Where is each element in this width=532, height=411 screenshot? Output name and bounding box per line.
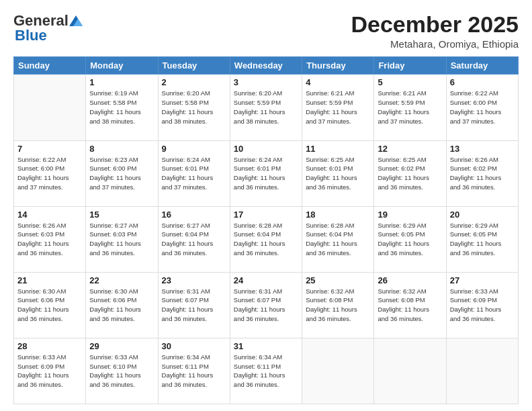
- calendar-week-row: 21Sunrise: 6:30 AM Sunset: 6:06 PM Dayli…: [14, 272, 519, 338]
- calendar-day-cell: 11Sunrise: 6:25 AM Sunset: 6:01 PM Dayli…: [302, 140, 374, 206]
- day-info: Sunrise: 6:24 AM Sunset: 6:01 PM Dayligh…: [162, 155, 226, 192]
- calendar-day-cell: 30Sunrise: 6:34 AM Sunset: 6:11 PM Dayli…: [158, 338, 230, 404]
- day-number: 10: [234, 144, 298, 154]
- day-info: Sunrise: 6:33 AM Sunset: 6:09 PM Dayligh…: [17, 353, 82, 390]
- day-info: Sunrise: 6:26 AM Sunset: 6:02 PM Dayligh…: [450, 155, 515, 192]
- location-title: Metahara, Oromiya, Ethiopia: [351, 38, 519, 50]
- calendar-day-cell: 21Sunrise: 6:30 AM Sunset: 6:06 PM Dayli…: [14, 272, 86, 338]
- calendar-day-header: Wednesday: [230, 57, 302, 75]
- day-info: Sunrise: 6:29 AM Sunset: 6:05 PM Dayligh…: [378, 221, 442, 258]
- day-info: Sunrise: 6:27 AM Sunset: 6:03 PM Dayligh…: [89, 221, 154, 258]
- calendar-day-cell: 1Sunrise: 6:19 AM Sunset: 5:58 PM Daylig…: [86, 75, 158, 140]
- day-info: Sunrise: 6:33 AM Sunset: 6:09 PM Dayligh…: [450, 287, 515, 324]
- day-info: Sunrise: 6:28 AM Sunset: 6:04 PM Dayligh…: [234, 221, 298, 258]
- day-info: Sunrise: 6:25 AM Sunset: 6:01 PM Dayligh…: [306, 155, 370, 192]
- calendar-day-cell: [374, 338, 446, 404]
- logo-blue-text: Blue: [15, 27, 47, 44]
- day-number: 21: [17, 275, 82, 285]
- day-number: 13: [450, 144, 515, 154]
- calendar-day-header: Tuesday: [158, 57, 230, 75]
- day-number: 24: [234, 275, 298, 285]
- day-number: 18: [306, 210, 370, 220]
- day-info: Sunrise: 6:34 AM Sunset: 6:11 PM Dayligh…: [234, 353, 298, 390]
- logo: General Blue: [13, 12, 83, 44]
- day-number: 11: [306, 144, 370, 154]
- calendar-header-row: SundayMondayTuesdayWednesdayThursdayFrid…: [14, 57, 519, 75]
- calendar-day-cell: 23Sunrise: 6:31 AM Sunset: 6:07 PM Dayli…: [158, 272, 230, 338]
- day-number: 15: [89, 210, 154, 220]
- day-info: Sunrise: 6:23 AM Sunset: 6:00 PM Dayligh…: [89, 155, 154, 192]
- day-info: Sunrise: 6:25 AM Sunset: 6:02 PM Dayligh…: [378, 155, 442, 192]
- calendar-day-cell: 7Sunrise: 6:22 AM Sunset: 6:00 PM Daylig…: [14, 140, 86, 206]
- calendar-day-cell: 13Sunrise: 6:26 AM Sunset: 6:02 PM Dayli…: [446, 140, 518, 206]
- day-number: 14: [17, 210, 82, 220]
- day-number: 31: [234, 341, 298, 351]
- day-number: 4: [306, 77, 370, 87]
- calendar-day-cell: 20Sunrise: 6:29 AM Sunset: 6:05 PM Dayli…: [446, 206, 518, 272]
- calendar-day-cell: 25Sunrise: 6:32 AM Sunset: 6:08 PM Dayli…: [302, 272, 374, 338]
- day-info: Sunrise: 6:34 AM Sunset: 6:11 PM Dayligh…: [162, 353, 226, 390]
- day-info: Sunrise: 6:28 AM Sunset: 6:04 PM Dayligh…: [306, 221, 370, 258]
- calendar-day-cell: 24Sunrise: 6:31 AM Sunset: 6:07 PM Dayli…: [230, 272, 302, 338]
- calendar-day-cell: 4Sunrise: 6:21 AM Sunset: 5:59 PM Daylig…: [302, 75, 374, 140]
- day-number: 30: [162, 341, 226, 351]
- calendar-table: SundayMondayTuesdayWednesdayThursdayFrid…: [13, 56, 519, 404]
- calendar-day-cell: 15Sunrise: 6:27 AM Sunset: 6:03 PM Dayli…: [86, 206, 158, 272]
- calendar-day-cell: 5Sunrise: 6:21 AM Sunset: 5:59 PM Daylig…: [374, 75, 446, 140]
- day-info: Sunrise: 6:26 AM Sunset: 6:03 PM Dayligh…: [17, 221, 82, 258]
- calendar-day-cell: 18Sunrise: 6:28 AM Sunset: 6:04 PM Dayli…: [302, 206, 374, 272]
- day-number: 25: [306, 275, 370, 285]
- day-info: Sunrise: 6:21 AM Sunset: 5:59 PM Dayligh…: [306, 89, 370, 126]
- calendar-day-cell: 29Sunrise: 6:33 AM Sunset: 6:10 PM Dayli…: [86, 338, 158, 404]
- day-info: Sunrise: 6:27 AM Sunset: 6:04 PM Dayligh…: [162, 221, 226, 258]
- calendar-day-cell: 22Sunrise: 6:30 AM Sunset: 6:06 PM Dayli…: [86, 272, 158, 338]
- day-info: Sunrise: 6:30 AM Sunset: 6:06 PM Dayligh…: [89, 287, 154, 324]
- calendar-day-cell: 2Sunrise: 6:20 AM Sunset: 5:58 PM Daylig…: [158, 75, 230, 140]
- day-info: Sunrise: 6:21 AM Sunset: 5:59 PM Dayligh…: [378, 89, 442, 126]
- header: General Blue December 2025 Metahara, Oro…: [13, 12, 519, 50]
- calendar-day-cell: 16Sunrise: 6:27 AM Sunset: 6:04 PM Dayli…: [158, 206, 230, 272]
- day-number: 20: [450, 210, 515, 220]
- day-number: 23: [162, 275, 226, 285]
- calendar-day-cell: 28Sunrise: 6:33 AM Sunset: 6:09 PM Dayli…: [14, 338, 86, 404]
- day-info: Sunrise: 6:31 AM Sunset: 6:07 PM Dayligh…: [162, 287, 226, 324]
- day-info: Sunrise: 6:24 AM Sunset: 6:01 PM Dayligh…: [234, 155, 298, 192]
- day-number: 2: [162, 77, 226, 87]
- calendar-week-row: 14Sunrise: 6:26 AM Sunset: 6:03 PM Dayli…: [14, 206, 519, 272]
- day-info: Sunrise: 6:20 AM Sunset: 5:58 PM Dayligh…: [162, 89, 226, 126]
- day-number: 8: [89, 144, 154, 154]
- day-number: 22: [89, 275, 154, 285]
- calendar-day-cell: 19Sunrise: 6:29 AM Sunset: 6:05 PM Dayli…: [374, 206, 446, 272]
- day-number: 17: [234, 210, 298, 220]
- calendar-day-cell: 14Sunrise: 6:26 AM Sunset: 6:03 PM Dayli…: [14, 206, 86, 272]
- calendar-day-cell: 12Sunrise: 6:25 AM Sunset: 6:02 PM Dayli…: [374, 140, 446, 206]
- day-number: 29: [89, 341, 154, 351]
- calendar-day-header: Thursday: [302, 57, 374, 75]
- day-info: Sunrise: 6:20 AM Sunset: 5:59 PM Dayligh…: [234, 89, 298, 126]
- day-info: Sunrise: 6:32 AM Sunset: 6:08 PM Dayligh…: [378, 287, 442, 324]
- day-info: Sunrise: 6:29 AM Sunset: 6:05 PM Dayligh…: [450, 221, 515, 258]
- calendar-day-cell: 17Sunrise: 6:28 AM Sunset: 6:04 PM Dayli…: [230, 206, 302, 272]
- calendar-day-cell: 9Sunrise: 6:24 AM Sunset: 6:01 PM Daylig…: [158, 140, 230, 206]
- day-number: 27: [450, 275, 515, 285]
- calendar-day-cell: 10Sunrise: 6:24 AM Sunset: 6:01 PM Dayli…: [230, 140, 302, 206]
- day-number: 9: [162, 144, 226, 154]
- calendar-day-header: Sunday: [14, 57, 86, 75]
- day-number: 5: [378, 77, 442, 87]
- day-info: Sunrise: 6:22 AM Sunset: 6:00 PM Dayligh…: [17, 155, 82, 192]
- day-number: 16: [162, 210, 226, 220]
- month-title: December 2025: [351, 12, 519, 37]
- day-info: Sunrise: 6:19 AM Sunset: 5:58 PM Dayligh…: [89, 89, 154, 126]
- calendar-day-cell: 31Sunrise: 6:34 AM Sunset: 6:11 PM Dayli…: [230, 338, 302, 404]
- calendar-day-cell: [446, 338, 518, 404]
- day-info: Sunrise: 6:31 AM Sunset: 6:07 PM Dayligh…: [234, 287, 298, 324]
- calendar-day-cell: 8Sunrise: 6:23 AM Sunset: 6:00 PM Daylig…: [86, 140, 158, 206]
- calendar-day-cell: [14, 75, 86, 140]
- calendar-day-header: Friday: [374, 57, 446, 75]
- calendar-day-cell: 6Sunrise: 6:22 AM Sunset: 6:00 PM Daylig…: [446, 75, 518, 140]
- calendar-week-row: 1Sunrise: 6:19 AM Sunset: 5:58 PM Daylig…: [14, 75, 519, 140]
- calendar-week-row: 28Sunrise: 6:33 AM Sunset: 6:09 PM Dayli…: [14, 338, 519, 404]
- day-number: 26: [378, 275, 442, 285]
- day-info: Sunrise: 6:30 AM Sunset: 6:06 PM Dayligh…: [17, 287, 82, 324]
- logo-icon: [69, 15, 83, 26]
